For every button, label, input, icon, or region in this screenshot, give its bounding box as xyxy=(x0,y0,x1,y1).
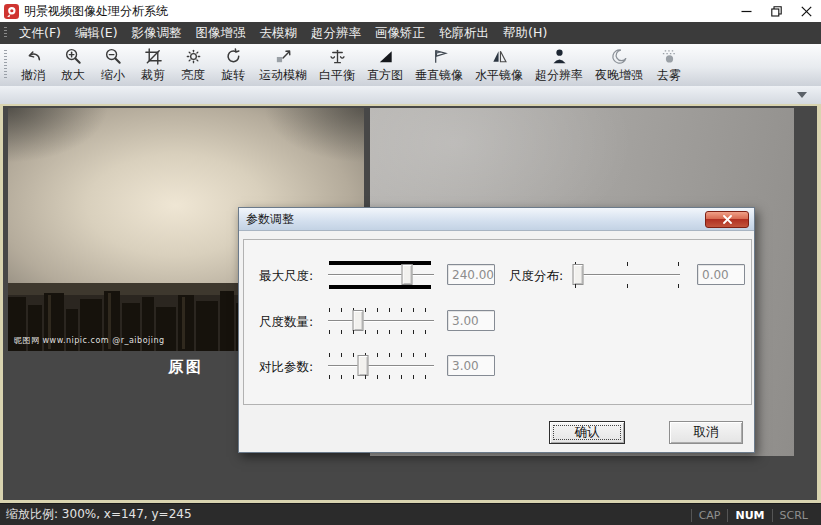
scale-dist-slider-thumb[interactable] xyxy=(572,264,583,285)
menubar-grip[interactable] xyxy=(4,27,7,39)
toolbar-label: 旋转 xyxy=(221,67,245,84)
toolbar-grip[interactable] xyxy=(4,50,7,80)
menu-image-rectify[interactable]: 画像矫正 xyxy=(368,22,432,45)
white-balance-button[interactable]: 白平衡 xyxy=(313,45,361,85)
vertical-mirror-button[interactable]: 垂直镜像 xyxy=(409,45,469,85)
statusbar: 缩放比例: 300%, x=147, y=245 CAP NUM SCRL xyxy=(0,503,821,525)
zoom-out-icon xyxy=(104,47,123,66)
menu-help[interactable]: 帮助(H) xyxy=(496,22,554,45)
numlock-indicator: NUM xyxy=(727,509,771,522)
menu-contour-extract[interactable]: 轮廓析出 xyxy=(432,22,496,45)
toolbar-label: 水平镜像 xyxy=(475,67,523,84)
app-window: 明景视频图像处理分析系统 文件(F) 编辑(E) 影像调整 图像增强 去模糊 超… xyxy=(0,0,821,525)
crop-button[interactable]: 裁剪 xyxy=(133,45,173,85)
brightness-button[interactable]: 亮度 xyxy=(173,45,213,85)
undo-button[interactable]: 撤消 xyxy=(13,45,53,85)
toolbar-label: 缩小 xyxy=(101,67,125,84)
confirm-button[interactable]: 确认 xyxy=(549,421,625,444)
toolbar-label: 白平衡 xyxy=(319,67,355,84)
max-scale-slider[interactable] xyxy=(326,261,436,289)
toolbar-label: 裁剪 xyxy=(141,67,165,84)
parameter-dialog: 参数调整 最大尺度: 240.00 尺度分布: xyxy=(238,207,755,453)
rotate-icon xyxy=(224,47,243,66)
toolbar: 撤消 放大 缩小 裁剪 亮度 旋转 xyxy=(0,44,821,86)
toolbar-label: 垂直镜像 xyxy=(415,67,463,84)
toolbar-label: 夜晚增强 xyxy=(595,67,643,84)
max-scale-value: 240.00 xyxy=(447,264,495,285)
menu-deblur[interactable]: 去模糊 xyxy=(253,22,305,45)
image-watermark: 昵图网 www.nipic.com @r_aibojing xyxy=(14,335,165,346)
crop-icon xyxy=(144,47,163,66)
window-title: 明景视频图像处理分析系统 xyxy=(24,3,168,20)
dense-tick-bar xyxy=(329,261,431,265)
menu-super-resolution[interactable]: 超分辨率 xyxy=(304,22,368,45)
toolbar-label: 撤消 xyxy=(21,67,45,84)
cancel-button[interactable]: 取消 xyxy=(669,421,743,444)
contrast-slider-thumb[interactable] xyxy=(358,355,369,376)
menu-image-adjust[interactable]: 影像调整 xyxy=(125,22,189,45)
scale-dist-slider[interactable] xyxy=(572,261,682,289)
app-logo-icon xyxy=(4,4,19,19)
night-enhance-icon xyxy=(610,47,629,66)
scale-count-slider[interactable] xyxy=(326,307,436,335)
scale-dist-label: 尺度分布: xyxy=(509,268,563,285)
scale-count-value: 3.00 xyxy=(447,310,495,331)
toolbar-label: 超分辨率 xyxy=(535,67,583,84)
menu-file[interactable]: 文件(F) xyxy=(12,22,68,45)
toolbar-label: 直方图 xyxy=(367,67,403,84)
toolbar-label: 运动模糊 xyxy=(259,67,307,84)
menu-edit[interactable]: 编辑(E) xyxy=(68,22,125,45)
brightness-icon xyxy=(184,47,203,66)
white-balance-icon xyxy=(328,47,347,66)
vertical-mirror-icon xyxy=(430,47,449,66)
zoom-out-button[interactable]: 缩小 xyxy=(93,45,133,85)
close-x-icon xyxy=(723,215,732,224)
menu-image-enhance[interactable]: 图像增强 xyxy=(189,22,253,45)
dehaze-button[interactable]: 去雾 xyxy=(649,45,689,85)
toolbar-secondary-strip xyxy=(0,86,821,104)
histogram-button[interactable]: 直方图 xyxy=(361,45,409,85)
titlebar[interactable]: 明景视频图像处理分析系统 xyxy=(0,0,821,22)
toolbar-overflow-chevron[interactable] xyxy=(797,92,807,98)
cancel-button-label: 取消 xyxy=(694,424,719,441)
dehaze-icon xyxy=(660,47,679,66)
horizontal-mirror-button[interactable]: 水平镜像 xyxy=(469,45,529,85)
zoom-coordinates-readout: 缩放比例: 300%, x=147, y=245 xyxy=(0,506,192,523)
motion-blur-button[interactable]: 运动模糊 xyxy=(253,45,313,85)
contrast-value: 3.00 xyxy=(447,355,495,376)
scale-dist-value: 0.00 xyxy=(697,264,745,285)
super-resolution-icon xyxy=(550,47,569,66)
toolbar-label: 亮度 xyxy=(181,67,205,84)
undo-icon xyxy=(24,47,43,66)
max-scale-label: 最大尺度: xyxy=(259,268,313,285)
toolbar-label: 放大 xyxy=(61,67,85,84)
motion-blur-icon xyxy=(274,47,293,66)
horizontal-mirror-icon xyxy=(490,47,509,66)
rotate-button[interactable]: 旋转 xyxy=(213,45,253,85)
restore-button[interactable] xyxy=(769,4,783,18)
capslock-indicator: CAP xyxy=(691,509,728,522)
toolbar-label: 去雾 xyxy=(657,67,681,84)
scale-count-label: 尺度数量: xyxy=(259,314,313,331)
super-resolution-button[interactable]: 超分辨率 xyxy=(529,45,589,85)
scale-count-slider-thumb[interactable] xyxy=(352,310,363,331)
dense-tick-bar xyxy=(329,285,431,289)
max-scale-slider-thumb[interactable] xyxy=(402,264,413,285)
scrolllock-indicator: SCRL xyxy=(772,509,815,522)
zoom-in-icon xyxy=(64,47,83,66)
dialog-close-button[interactable] xyxy=(705,211,749,228)
night-enhance-button[interactable]: 夜晚增强 xyxy=(589,45,649,85)
histogram-icon xyxy=(376,47,395,66)
minimize-button[interactable] xyxy=(739,4,753,18)
contrast-label: 对比参数: xyxy=(259,359,313,376)
dialog-titlebar[interactable]: 参数调整 xyxy=(239,208,754,231)
contrast-slider[interactable] xyxy=(326,352,436,380)
confirm-button-label: 确认 xyxy=(575,424,600,441)
dialog-title: 参数调整 xyxy=(246,211,294,228)
menubar: 文件(F) 编辑(E) 影像调整 图像增强 去模糊 超分辨率 画像矫正 轮廓析出… xyxy=(0,22,821,44)
zoom-in-button[interactable]: 放大 xyxy=(53,45,93,85)
close-button[interactable] xyxy=(799,4,813,18)
